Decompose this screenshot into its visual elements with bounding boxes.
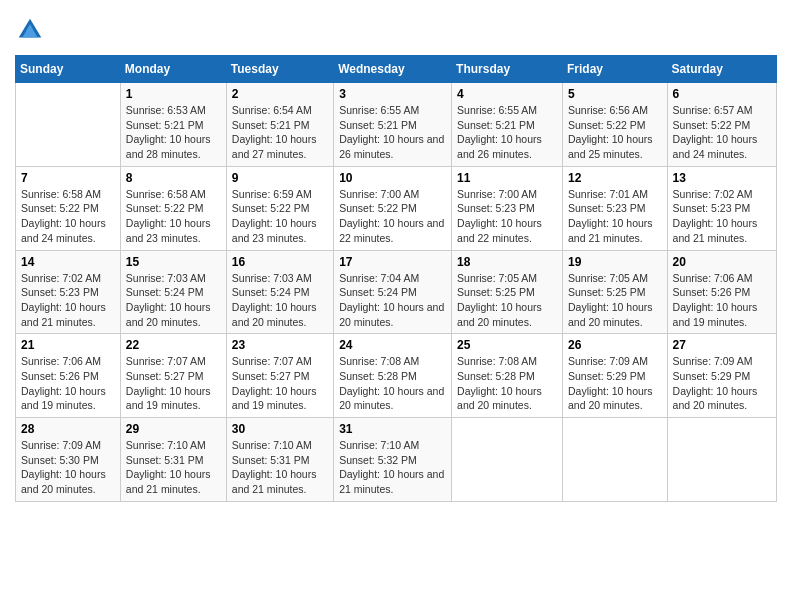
day-number: 21: [21, 338, 115, 352]
logo-icon: [15, 15, 45, 45]
day-detail: Sunrise: 6:53 AMSunset: 5:21 PMDaylight:…: [126, 104, 211, 160]
header-row: SundayMondayTuesdayWednesdayThursdayFrid…: [16, 56, 777, 83]
header-wednesday: Wednesday: [334, 56, 452, 83]
cell-w5-d7: [667, 418, 776, 502]
day-number: 11: [457, 171, 557, 185]
day-detail: Sunrise: 7:04 AMSunset: 5:24 PMDaylight:…: [339, 272, 444, 328]
day-number: 3: [339, 87, 446, 101]
cell-w4-d5: 25Sunrise: 7:08 AMSunset: 5:28 PMDayligh…: [452, 334, 563, 418]
day-number: 9: [232, 171, 328, 185]
cell-w1-d1: [16, 83, 121, 167]
day-number: 10: [339, 171, 446, 185]
day-number: 2: [232, 87, 328, 101]
day-detail: Sunrise: 6:58 AMSunset: 5:22 PMDaylight:…: [21, 188, 106, 244]
day-detail: Sunrise: 6:55 AMSunset: 5:21 PMDaylight:…: [457, 104, 542, 160]
day-detail: Sunrise: 7:02 AMSunset: 5:23 PMDaylight:…: [21, 272, 106, 328]
day-number: 18: [457, 255, 557, 269]
day-number: 24: [339, 338, 446, 352]
day-number: 15: [126, 255, 221, 269]
day-detail: Sunrise: 7:06 AMSunset: 5:26 PMDaylight:…: [673, 272, 758, 328]
page-header: [15, 15, 777, 45]
day-number: 22: [126, 338, 221, 352]
cell-w4-d1: 21Sunrise: 7:06 AMSunset: 5:26 PMDayligh…: [16, 334, 121, 418]
day-detail: Sunrise: 7:06 AMSunset: 5:26 PMDaylight:…: [21, 355, 106, 411]
day-detail: Sunrise: 7:10 AMSunset: 5:32 PMDaylight:…: [339, 439, 444, 495]
cell-w3-d1: 14Sunrise: 7:02 AMSunset: 5:23 PMDayligh…: [16, 250, 121, 334]
day-number: 30: [232, 422, 328, 436]
cell-w1-d2: 1Sunrise: 6:53 AMSunset: 5:21 PMDaylight…: [120, 83, 226, 167]
day-number: 19: [568, 255, 662, 269]
cell-w2-d7: 13Sunrise: 7:02 AMSunset: 5:23 PMDayligh…: [667, 166, 776, 250]
calendar-header: SundayMondayTuesdayWednesdayThursdayFrid…: [16, 56, 777, 83]
cell-w2-d3: 9Sunrise: 6:59 AMSunset: 5:22 PMDaylight…: [226, 166, 333, 250]
day-detail: Sunrise: 7:03 AMSunset: 5:24 PMDaylight:…: [232, 272, 317, 328]
day-number: 8: [126, 171, 221, 185]
day-number: 26: [568, 338, 662, 352]
day-number: 16: [232, 255, 328, 269]
day-number: 20: [673, 255, 771, 269]
day-detail: Sunrise: 6:55 AMSunset: 5:21 PMDaylight:…: [339, 104, 444, 160]
cell-w5-d5: [452, 418, 563, 502]
header-thursday: Thursday: [452, 56, 563, 83]
cell-w4-d2: 22Sunrise: 7:07 AMSunset: 5:27 PMDayligh…: [120, 334, 226, 418]
cell-w1-d4: 3Sunrise: 6:55 AMSunset: 5:21 PMDaylight…: [334, 83, 452, 167]
day-detail: Sunrise: 7:01 AMSunset: 5:23 PMDaylight:…: [568, 188, 653, 244]
day-number: 14: [21, 255, 115, 269]
day-detail: Sunrise: 7:00 AMSunset: 5:22 PMDaylight:…: [339, 188, 444, 244]
day-detail: Sunrise: 7:08 AMSunset: 5:28 PMDaylight:…: [339, 355, 444, 411]
header-monday: Monday: [120, 56, 226, 83]
day-number: 12: [568, 171, 662, 185]
week-row-4: 21Sunrise: 7:06 AMSunset: 5:26 PMDayligh…: [16, 334, 777, 418]
day-number: 17: [339, 255, 446, 269]
day-detail: Sunrise: 6:59 AMSunset: 5:22 PMDaylight:…: [232, 188, 317, 244]
day-number: 29: [126, 422, 221, 436]
day-detail: Sunrise: 7:09 AMSunset: 5:30 PMDaylight:…: [21, 439, 106, 495]
cell-w1-d5: 4Sunrise: 6:55 AMSunset: 5:21 PMDaylight…: [452, 83, 563, 167]
cell-w1-d7: 6Sunrise: 6:57 AMSunset: 5:22 PMDaylight…: [667, 83, 776, 167]
cell-w2-d6: 12Sunrise: 7:01 AMSunset: 5:23 PMDayligh…: [562, 166, 667, 250]
day-detail: Sunrise: 7:10 AMSunset: 5:31 PMDaylight:…: [126, 439, 211, 495]
day-detail: Sunrise: 7:05 AMSunset: 5:25 PMDaylight:…: [457, 272, 542, 328]
cell-w4-d6: 26Sunrise: 7:09 AMSunset: 5:29 PMDayligh…: [562, 334, 667, 418]
day-detail: Sunrise: 7:09 AMSunset: 5:29 PMDaylight:…: [568, 355, 653, 411]
day-detail: Sunrise: 6:58 AMSunset: 5:22 PMDaylight:…: [126, 188, 211, 244]
day-detail: Sunrise: 7:02 AMSunset: 5:23 PMDaylight:…: [673, 188, 758, 244]
cell-w4-d3: 23Sunrise: 7:07 AMSunset: 5:27 PMDayligh…: [226, 334, 333, 418]
day-detail: Sunrise: 7:10 AMSunset: 5:31 PMDaylight:…: [232, 439, 317, 495]
cell-w2-d1: 7Sunrise: 6:58 AMSunset: 5:22 PMDaylight…: [16, 166, 121, 250]
cell-w1-d3: 2Sunrise: 6:54 AMSunset: 5:21 PMDaylight…: [226, 83, 333, 167]
week-row-1: 1Sunrise: 6:53 AMSunset: 5:21 PMDaylight…: [16, 83, 777, 167]
day-number: 27: [673, 338, 771, 352]
cell-w2-d2: 8Sunrise: 6:58 AMSunset: 5:22 PMDaylight…: [120, 166, 226, 250]
cell-w1-d6: 5Sunrise: 6:56 AMSunset: 5:22 PMDaylight…: [562, 83, 667, 167]
week-row-5: 28Sunrise: 7:09 AMSunset: 5:30 PMDayligh…: [16, 418, 777, 502]
day-number: 7: [21, 171, 115, 185]
cell-w5-d2: 29Sunrise: 7:10 AMSunset: 5:31 PMDayligh…: [120, 418, 226, 502]
cell-w3-d6: 19Sunrise: 7:05 AMSunset: 5:25 PMDayligh…: [562, 250, 667, 334]
day-detail: Sunrise: 7:07 AMSunset: 5:27 PMDaylight:…: [232, 355, 317, 411]
cell-w4-d7: 27Sunrise: 7:09 AMSunset: 5:29 PMDayligh…: [667, 334, 776, 418]
day-number: 1: [126, 87, 221, 101]
day-number: 5: [568, 87, 662, 101]
cell-w3-d3: 16Sunrise: 7:03 AMSunset: 5:24 PMDayligh…: [226, 250, 333, 334]
day-detail: Sunrise: 6:57 AMSunset: 5:22 PMDaylight:…: [673, 104, 758, 160]
day-number: 31: [339, 422, 446, 436]
header-tuesday: Tuesday: [226, 56, 333, 83]
cell-w5-d3: 30Sunrise: 7:10 AMSunset: 5:31 PMDayligh…: [226, 418, 333, 502]
week-row-3: 14Sunrise: 7:02 AMSunset: 5:23 PMDayligh…: [16, 250, 777, 334]
day-detail: Sunrise: 6:56 AMSunset: 5:22 PMDaylight:…: [568, 104, 653, 160]
cell-w3-d7: 20Sunrise: 7:06 AMSunset: 5:26 PMDayligh…: [667, 250, 776, 334]
day-detail: Sunrise: 7:08 AMSunset: 5:28 PMDaylight:…: [457, 355, 542, 411]
day-detail: Sunrise: 7:09 AMSunset: 5:29 PMDaylight:…: [673, 355, 758, 411]
day-detail: Sunrise: 7:03 AMSunset: 5:24 PMDaylight:…: [126, 272, 211, 328]
calendar-body: 1Sunrise: 6:53 AMSunset: 5:21 PMDaylight…: [16, 83, 777, 502]
day-number: 23: [232, 338, 328, 352]
logo: [15, 15, 49, 45]
day-detail: Sunrise: 6:54 AMSunset: 5:21 PMDaylight:…: [232, 104, 317, 160]
cell-w2-d5: 11Sunrise: 7:00 AMSunset: 5:23 PMDayligh…: [452, 166, 563, 250]
calendar-table: SundayMondayTuesdayWednesdayThursdayFrid…: [15, 55, 777, 502]
day-detail: Sunrise: 7:07 AMSunset: 5:27 PMDaylight:…: [126, 355, 211, 411]
day-number: 4: [457, 87, 557, 101]
header-friday: Friday: [562, 56, 667, 83]
day-number: 25: [457, 338, 557, 352]
